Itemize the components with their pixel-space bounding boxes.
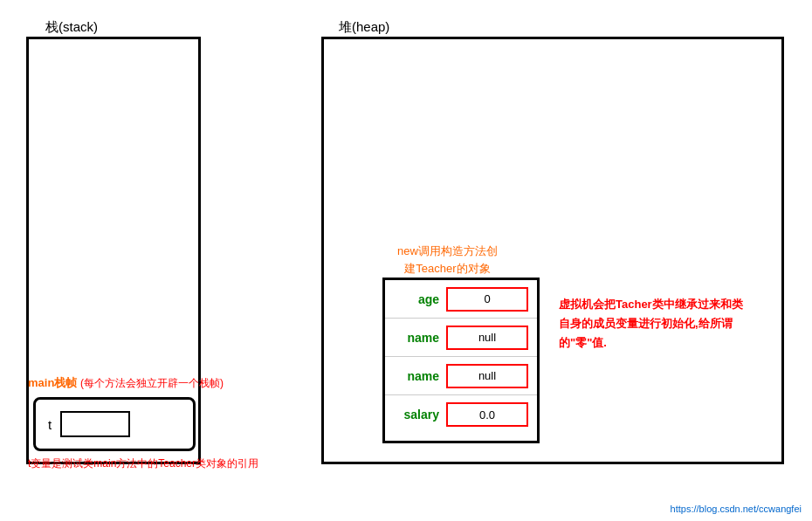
- table-row: name null: [385, 357, 537, 395]
- field-label-salary: salary: [394, 408, 439, 422]
- field-value-name1: null: [446, 326, 528, 350]
- field-value-age: 0: [446, 287, 528, 312]
- main-frame-title: main栈帧: [28, 376, 77, 389]
- field-value-salary: 0.0: [446, 402, 528, 427]
- t-value-box: [60, 411, 130, 437]
- table-row: age 0: [385, 280, 537, 319]
- right-annotation: 虚拟机会把Tacher类中继承过来和类自身的成员变量进行初始化,给所谓的"零"值…: [559, 295, 751, 353]
- main-frame-sub: (每个方法会独立开辟一个栈帧): [80, 377, 224, 389]
- field-value-name2: null: [446, 364, 528, 388]
- new-annotation-line1: new调用构造方法创: [397, 243, 498, 260]
- stack-label: 栈(stack): [45, 19, 98, 36]
- table-row: name null: [385, 319, 537, 357]
- diagram-area: 栈(stack) main栈帧 (每个方法会独立开辟一个栈帧) t t变量是测试…: [0, 0, 812, 521]
- t-description: t变量是测试类main方法中的Teacher类对象的引用: [28, 456, 258, 471]
- main-frame-label: main栈帧 (每个方法会独立开辟一个栈帧): [28, 375, 224, 391]
- table-row: salary 0.0: [385, 395, 537, 434]
- t-label: t: [48, 417, 52, 432]
- main-frame-box: t: [33, 397, 196, 451]
- heap-label: 堆(heap): [339, 19, 389, 36]
- field-label-name1: name: [394, 331, 439, 345]
- new-annotation-line2: 建Teacher的对象: [397, 260, 498, 278]
- field-label-name2: name: [394, 369, 439, 383]
- watermark: https://blog.csdn.net/ccwangfei: [671, 504, 802, 514]
- object-box: age 0 name null name null salary 0.0: [382, 278, 540, 443]
- field-label-age: age: [394, 292, 439, 306]
- new-annotation: new调用构造方法创 建Teacher的对象: [397, 243, 498, 277]
